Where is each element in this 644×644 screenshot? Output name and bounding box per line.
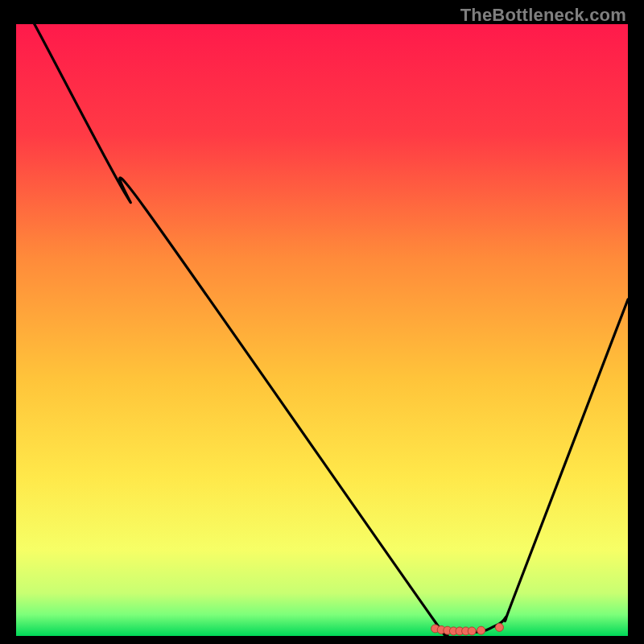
chart-frame [16, 24, 628, 636]
watermark-text: TheBottleneck.com [460, 5, 626, 26]
marker-point [495, 623, 503, 631]
marker-point [477, 626, 485, 634]
marker-point [468, 627, 476, 635]
bottleneck-chart [16, 24, 628, 636]
gradient-background [16, 24, 628, 636]
